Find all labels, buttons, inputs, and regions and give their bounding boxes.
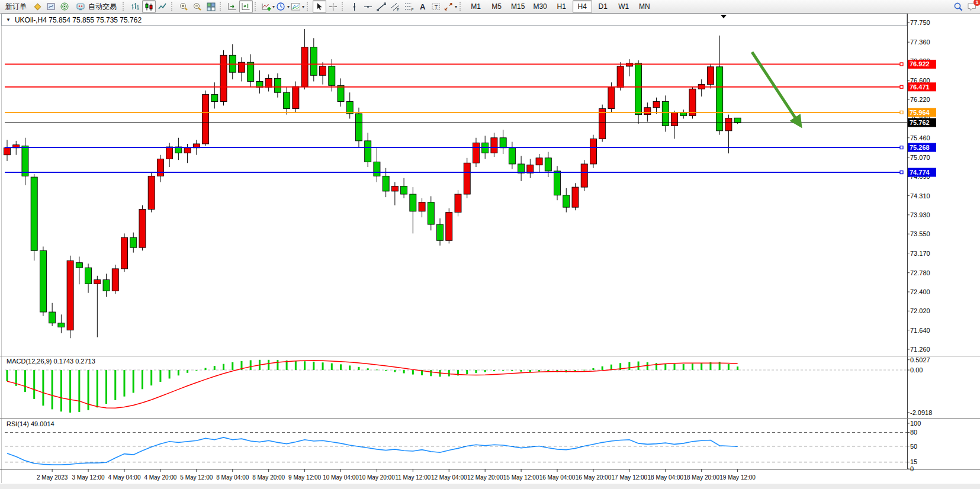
timeframe-d1[interactable]: D1 [593,0,613,13]
texta-icon: A [417,2,428,12]
price-tick-label: 71.260 [910,346,930,353]
support-line-1[interactable] [5,146,903,149]
timeframe-mn-label: MN [639,2,650,11]
svg-text:A: A [420,2,426,11]
rsi-line [7,437,738,465]
timeframe-m1-label: M1 [471,2,481,11]
macd-tick-label: -2.0918 [910,409,932,416]
vline-icon [349,2,359,12]
signals-button[interactable] [58,0,72,13]
chevron-down-icon[interactable]: ▾ [272,4,275,9]
support-line-2[interactable] [5,171,903,174]
charts-window-button[interactable] [44,0,58,13]
vertical-line-button[interactable] [348,0,361,13]
arrows-icon [444,2,454,12]
crosshair-button[interactable] [326,0,340,13]
price-badge: 75.268 [908,143,936,152]
rsi-tick-label: 80 [910,429,917,436]
timeframe-h4[interactable]: H4 [573,0,592,13]
chart-header: ▼ UKOil-,H4 75.854 75.855 75.735 75.762 [1,14,907,26]
time-tick-label: 18 May 20:00 [683,474,719,481]
svg-text:76.471: 76.471 [910,83,930,91]
svg-text:75.762: 75.762 [910,119,930,126]
chevron-down-icon[interactable]: ▾ [287,4,290,9]
resistance-line-2[interactable] [5,85,903,88]
templates-button[interactable]: ▾ [290,0,305,13]
time-tick-label: 4 May 20:00 [144,474,176,481]
timeframe-m1[interactable]: M1 [466,0,486,13]
price-tick-label: 72.400 [910,288,930,295]
timeframe-m5[interactable]: M5 [487,0,506,13]
timeframe-h1[interactable]: H1 [552,0,571,13]
rsi-tick-label: 15 [910,458,917,465]
search-icon [953,2,963,12]
price-tick-label: 71.640 [910,327,930,334]
time-tick-label: 18 May 04:00 [647,474,683,481]
chart-window: 77.75077.36076.98076.60076.22075.84075.4… [0,13,980,489]
price-tick-label: 73.930 [910,211,930,218]
equidistant-channel-button[interactable]: E [388,0,402,13]
auto-scroll-button[interactable] [226,0,239,13]
toolbar-group-separator [307,2,310,11]
price-tick-label: 77.750 [910,19,930,26]
profiles-icon-button[interactable] [31,0,44,13]
hline-icon [363,2,373,12]
chart-title: UKOil-,H4 75.854 75.855 75.735 75.762 [15,16,142,24]
notifications-button[interactable]: 1 [965,0,979,13]
sell-direction-arrow[interactable] [752,52,800,125]
rsi-tick-label: 100 [910,420,921,427]
macd-pane: 0.50270.00-2.0918 [5,356,932,416]
trendline-button[interactable] [375,0,388,13]
indicators-button[interactable]: ▾ [261,0,275,13]
zoom-in-button[interactable] [177,0,191,13]
time-tick-label: 19 May 12:00 [719,474,756,481]
rsi-tick-label: 0 [910,465,914,472]
timeframe-m30[interactable]: M30 [529,0,550,13]
text-button[interactable]: A [416,0,429,13]
periods-button[interactable]: ▾ [275,0,290,13]
price-tick-label: 76.220 [910,96,930,103]
time-tick-label: 16 May 20:00 [576,474,612,481]
line-chart-button[interactable] [156,0,169,13]
chevron-down-icon[interactable]: ▾ [455,4,457,9]
price-badge: 74.774 [908,168,936,177]
timeframe-w1[interactable]: W1 [614,0,634,13]
zoom-out-button[interactable] [191,0,204,13]
chevron-down-icon[interactable]: ▾ [302,4,304,9]
time-tick-label: 16 May 04:00 [539,474,576,481]
auto-trading-button[interactable]: 自动交易 [72,0,121,13]
tile-windows-button[interactable] [204,0,218,13]
fibonacci-button[interactable]: F [402,0,416,13]
trendline-icon [377,2,387,12]
timeframe-m15[interactable]: M15 [507,0,528,13]
resistance-line-1[interactable] [5,63,903,66]
zoomin-icon [179,2,189,12]
price-tick-label: 73.550 [910,230,930,237]
timeframe-d1-label: D1 [599,2,608,11]
one-click-trading-toggle[interactable]: ▼ [6,17,11,22]
timeframe-h4-label: H4 [578,2,587,11]
pivot-line-orange[interactable] [5,111,903,114]
price-badge: 75.964 [908,108,936,117]
arrows-button[interactable]: ▾ [443,0,458,13]
time-tick-label: 8 May 20:00 [252,474,285,481]
timeframe-mn[interactable]: MN [635,0,654,13]
cursor-button[interactable] [313,0,326,13]
text-label-button[interactable]: T [429,0,443,13]
cursor-icon [314,2,324,12]
time-tick-label: 11 May 12:00 [395,474,430,481]
channel-icon: E [390,2,400,12]
svg-text:74.774: 74.774 [910,169,930,176]
chart-canvas[interactable]: 77.75077.36076.98076.60076.22075.84075.4… [0,13,980,489]
rsi-tick-label: 50 [910,443,917,450]
macd-tick-label: 0.00 [910,366,923,374]
candlestick-chart-button[interactable] [142,0,156,13]
candlesticks [4,29,741,338]
horizontal-line-button[interactable] [361,0,375,13]
chart-shift-button[interactable] [239,0,253,13]
bar-chart-button[interactable] [128,0,142,13]
template-icon [291,2,301,12]
new-order-button[interactable]: 新订单 [1,0,31,13]
price-axis: 77.75077.36076.98076.60076.22075.84075.4… [907,19,930,353]
search-button[interactable] [952,0,965,13]
